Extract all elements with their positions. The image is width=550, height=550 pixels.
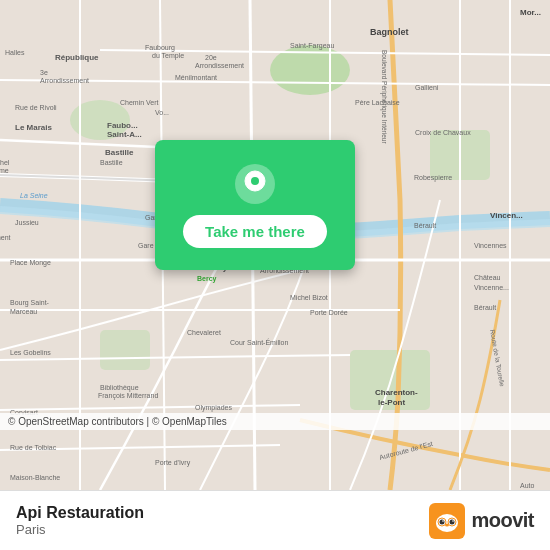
svg-text:Bérault: Bérault — [414, 222, 436, 229]
svg-text:Le Marais: Le Marais — [15, 123, 52, 132]
svg-point-87 — [251, 177, 259, 185]
svg-text:Jussieu: Jussieu — [15, 219, 39, 226]
bottom-bar: Api Restauration Paris moovit — [0, 490, 550, 550]
svg-text:Place Monge: Place Monge — [10, 259, 51, 267]
svg-text:Halles: Halles — [5, 49, 25, 56]
svg-text:Croix de Chavaux: Croix de Chavaux — [415, 129, 471, 136]
moovit-logo: moovit — [429, 503, 534, 539]
svg-text:Bagnolet: Bagnolet — [370, 27, 409, 37]
moovit-text: moovit — [471, 509, 534, 532]
svg-text:Chevaleret: Chevaleret — [187, 329, 221, 336]
svg-text:Porte Dorée: Porte Dorée — [310, 309, 348, 316]
location-card: Take me there — [155, 140, 355, 270]
svg-text:Vincen...: Vincen... — [490, 211, 523, 220]
svg-text:ichel: ichel — [0, 159, 10, 166]
svg-text:Boulevard Périphérique Intérie: Boulevard Périphérique Intérieur — [380, 50, 388, 144]
moovit-icon-svg — [429, 503, 465, 539]
svg-point-92 — [440, 519, 445, 524]
svg-text:Rue de Rivoli: Rue de Rivoli — [15, 104, 57, 111]
svg-text:Porte d'Ivry: Porte d'Ivry — [155, 459, 191, 467]
place-name: Api Restauration — [16, 504, 144, 522]
svg-point-94 — [443, 520, 445, 522]
attribution-bar: © OpenStreetMap contributors | © OpenMap… — [0, 413, 550, 430]
place-city: Paris — [16, 522, 144, 537]
svg-text:Bastille: Bastille — [100, 159, 123, 166]
svg-text:Père Lachaise: Père Lachaise — [355, 99, 400, 106]
svg-text:Cour Saint-Émillon: Cour Saint-Émillon — [230, 338, 288, 346]
svg-text:3e: 3e — [40, 69, 48, 76]
svg-text:Bercy: Bercy — [197, 275, 217, 283]
svg-text:du Temple: du Temple — [152, 52, 184, 60]
svg-text:Vincennes: Vincennes — [474, 242, 507, 249]
svg-text:Vo...: Vo... — [155, 109, 169, 116]
svg-text:Vincenne...: Vincenne... — [474, 284, 509, 291]
svg-text:Marceau: Marceau — [10, 308, 37, 315]
svg-text:République: République — [55, 53, 99, 62]
svg-text:François Mitterrand: François Mitterrand — [98, 392, 158, 400]
svg-text:Faubourg: Faubourg — [145, 44, 175, 52]
svg-text:Saint-A...: Saint-A... — [107, 130, 142, 139]
svg-text:Bérault: Bérault — [474, 304, 496, 311]
svg-text:Château: Château — [474, 274, 501, 281]
map-container: Rue de Rivoli Le Marais Bastille Bastill… — [0, 0, 550, 490]
location-pin-icon — [234, 163, 276, 205]
svg-text:le-Pont: le-Pont — [378, 398, 405, 407]
svg-text:Saint-Fargeau: Saint-Fargeau — [290, 42, 334, 50]
svg-text:La Seine: La Seine — [20, 192, 48, 199]
svg-text:Ménilmontant: Ménilmontant — [175, 74, 217, 81]
svg-text:Olympiades: Olympiades — [195, 404, 232, 412]
take-me-there-button[interactable]: Take me there — [183, 215, 327, 248]
svg-text:20e: 20e — [205, 54, 217, 61]
svg-point-95 — [453, 520, 455, 522]
svg-text:Mor...: Mor... — [520, 8, 541, 17]
svg-text:Robespierre: Robespierre — [414, 174, 452, 182]
svg-text:Faubo...: Faubo... — [107, 121, 138, 130]
svg-text:Les Gobelins: Les Gobelins — [10, 349, 51, 356]
svg-text:ment: ment — [0, 234, 11, 241]
svg-point-93 — [450, 519, 455, 524]
svg-text:Michel Bizot: Michel Bizot — [290, 294, 328, 301]
svg-text:Bibliothèque: Bibliothèque — [100, 384, 139, 392]
svg-text:Bourg Saint-: Bourg Saint- — [10, 299, 50, 307]
svg-text:ame: ame — [0, 167, 9, 174]
svg-text:Charenton-: Charenton- — [375, 388, 418, 397]
svg-text:Chemin Vert: Chemin Vert — [120, 99, 159, 106]
attribution-text: © OpenStreetMap contributors | © OpenMap… — [8, 416, 227, 427]
svg-text:Rue de Tolbiac: Rue de Tolbiac — [10, 444, 57, 451]
svg-text:Arrondissement: Arrondissement — [40, 77, 89, 84]
place-info: Api Restauration Paris — [16, 504, 144, 537]
svg-text:Arrondissement: Arrondissement — [195, 62, 244, 69]
svg-rect-5 — [100, 330, 150, 370]
svg-text:Maison-Blanche: Maison-Blanche — [10, 474, 60, 481]
svg-text:Bastille: Bastille — [105, 148, 134, 157]
svg-point-98 — [445, 523, 449, 526]
svg-text:Gallieni: Gallieni — [415, 84, 439, 91]
svg-text:Auto: Auto — [520, 482, 535, 489]
